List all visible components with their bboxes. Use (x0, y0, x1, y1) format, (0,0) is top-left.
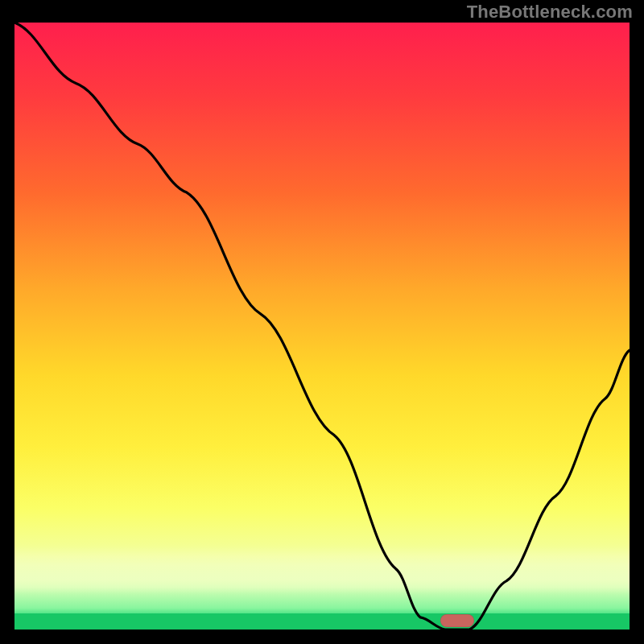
curve-svg (14, 23, 630, 630)
optimal-marker (440, 614, 474, 627)
chart-frame: TheBottleneck.com (0, 0, 644, 644)
watermark-text: TheBottleneck.com (467, 2, 633, 23)
plot-area (14, 23, 630, 630)
pale-band (14, 546, 630, 594)
bottleneck-curve-path (14, 23, 630, 630)
green-strip (14, 613, 630, 630)
